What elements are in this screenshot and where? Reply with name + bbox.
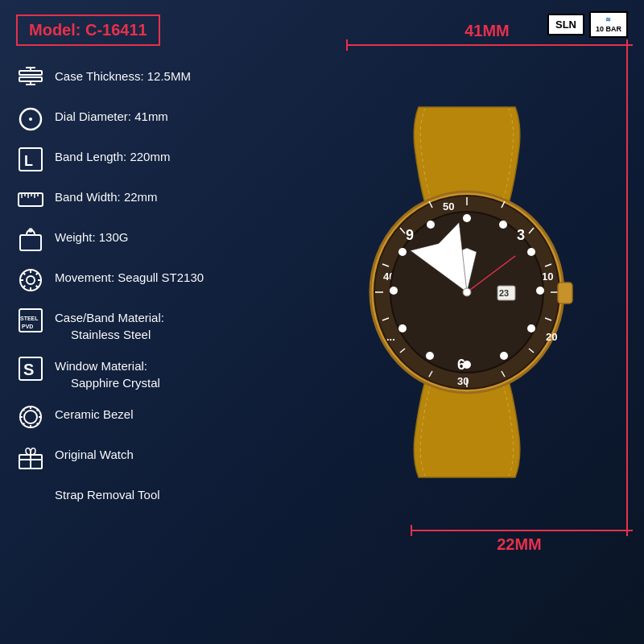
original-watch-text: Original Watch (55, 443, 134, 463)
main-container: Model: C-16411 SLN ≋ 10 BAR (0, 0, 644, 644)
svg-point-7 (29, 118, 32, 121)
dial-diameter-text: Dial Diameter: 41mm (55, 105, 168, 125)
window-material-value: Sapphire Crystal (55, 374, 160, 391)
svg-point-75 (536, 287, 544, 295)
svg-text:23: 23 (499, 288, 509, 298)
gear-circle-icon (16, 266, 45, 295)
dimension-bottom-line: 22MM (411, 530, 628, 531)
svg-text:L: L (24, 153, 33, 169)
svg-text:6: 6 (457, 357, 465, 373)
spec-case-material: STEEL PVD Case/Band Material: Stainless … (16, 306, 306, 343)
waves-icon: ≋ (605, 16, 611, 23)
letter-l-icon: L (16, 145, 45, 174)
svg-rect-17 (20, 235, 41, 250)
svg-text:9: 9 (406, 227, 414, 243)
svg-rect-0 (19, 71, 42, 75)
svg-text:S: S (23, 361, 34, 378)
weight-text: Weight: 130G (55, 225, 128, 246)
svg-point-76 (527, 324, 535, 332)
svg-point-80 (398, 324, 407, 332)
layers-icon (16, 64, 45, 93)
model-label: Model: C-16411 (16, 14, 160, 46)
weight-icon (16, 225, 45, 254)
gear-ring-icon (16, 402, 45, 431)
letter-s-icon: S (16, 354, 45, 383)
band-width-text: Band Width: 22mm (55, 185, 158, 205)
svg-point-35 (24, 411, 37, 423)
svg-point-74 (527, 248, 535, 256)
spec-band-length: L Band Length: 220mm (16, 145, 306, 174)
svg-point-20 (27, 276, 35, 284)
svg-line-26 (36, 286, 39, 288)
spec-weight: Weight: 130G (16, 225, 306, 254)
svg-point-72 (463, 214, 471, 222)
gift-icon (16, 443, 45, 472)
badges-area: SLN ≋ 10 BAR (547, 11, 628, 38)
svg-point-90 (463, 288, 471, 296)
model-text: Model: C-16411 (29, 21, 147, 39)
spec-dial-diameter: Dial Diameter: 41mm (16, 105, 306, 134)
bar-badge: ≋ 10 BAR (589, 11, 628, 38)
window-material-text: Window Material: Sapphire Crystal (55, 354, 160, 391)
svg-rect-1 (19, 77, 42, 81)
ruler-icon (16, 185, 45, 214)
spec-original-watch: Original Watch (16, 443, 306, 472)
svg-text:STEEL: STEEL (20, 316, 39, 321)
sln-badge: SLN (547, 14, 584, 35)
case-material-value: Stainless Steel (55, 326, 164, 343)
svg-line-28 (23, 286, 26, 288)
case-material-text: Case/Band Material: Stainless Steel (55, 306, 164, 343)
svg-text:PVD: PVD (22, 324, 33, 329)
spec-strap-tool: Strap Removal Tool (16, 483, 306, 512)
spec-window-material: S Window Material: Sapphire Crystal (16, 354, 306, 391)
movement-text: Movement: Seagull ST2130 (55, 266, 204, 286)
dimension-top-label: 41MM (464, 22, 510, 40)
svg-point-77 (500, 352, 508, 360)
svg-point-82 (398, 248, 407, 256)
ceramic-bezel-text: Ceramic Bezel (55, 402, 134, 423)
case-thickness-text: Case Thickness: 12.5MM (55, 64, 191, 85)
svg-line-27 (36, 273, 39, 275)
svg-point-73 (499, 221, 507, 229)
dimension-right-line (626, 44, 628, 531)
svg-rect-87 (558, 283, 572, 303)
spec-case-thickness: Case Thickness: 12.5MM (16, 64, 306, 93)
watch-area: 41MM 22MM (314, 44, 636, 576)
specs-list: Case Thickness: 12.5MM Dial Diameter: 41… (16, 64, 306, 523)
strap-tool-text: Strap Removal Tool (55, 483, 160, 503)
strap-tool-icon (16, 483, 45, 512)
steel-pvd-icon: STEEL PVD (16, 306, 45, 335)
dimension-bottom-label: 22MM (497, 535, 542, 554)
svg-text:...: ... (386, 331, 395, 343)
svg-point-83 (427, 221, 435, 229)
svg-text:50: 50 (443, 200, 454, 213)
watch-illustration: 50 40 10 20 ... 30 (322, 56, 612, 527)
spec-band-width: Band Width: 22mm (16, 185, 306, 214)
spec-ceramic-bezel: Ceramic Bezel (16, 402, 306, 431)
svg-text:10: 10 (542, 270, 553, 283)
svg-text:3: 3 (517, 227, 525, 243)
svg-line-25 (23, 273, 26, 275)
spec-movement: Movement: Seagull ST2130 (16, 266, 306, 295)
svg-point-79 (426, 352, 434, 360)
svg-text:30: 30 (457, 375, 469, 387)
circle-icon (16, 105, 45, 134)
svg-text:20: 20 (546, 331, 557, 343)
svg-point-81 (390, 287, 398, 295)
band-length-text: Band Length: 220mm (55, 145, 170, 165)
dimension-top-line: 41MM (346, 44, 628, 46)
